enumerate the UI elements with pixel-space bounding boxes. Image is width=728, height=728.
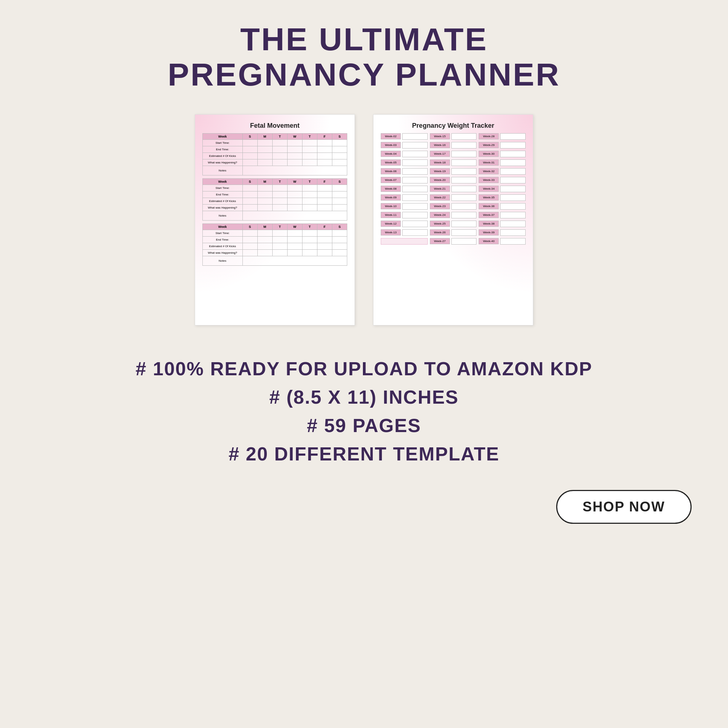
week-label-Week-29: Week-29 xyxy=(479,142,499,148)
week-input-Week-13 xyxy=(402,229,428,236)
main-title: THE ULTIMATE PREGNANCY PLANNER xyxy=(168,22,561,92)
week-label-Week-39: Week-39 xyxy=(479,229,499,236)
weight-row-4-0: Week-06 xyxy=(381,168,428,175)
notes-label-1: Notes xyxy=(203,166,243,175)
weight-row-2-1: Week-17 xyxy=(430,151,477,157)
week-input-Week-40 xyxy=(500,238,526,245)
week-label-Week-33: Week-33 xyxy=(479,177,499,183)
happening-label-1: What was Happening? xyxy=(203,159,243,166)
weight-row-11-2: Week-39 xyxy=(479,229,526,236)
week-label-Week-18: Week-18 xyxy=(430,159,450,166)
bottom-section: # 100% READY FOR UPLOAD TO AMAZON KDP # … xyxy=(0,326,728,524)
day-s1: S xyxy=(242,133,257,139)
week-input-Week-10 xyxy=(402,203,428,210)
day-s2: S xyxy=(332,133,347,139)
week-input-Week-23 xyxy=(451,203,477,210)
week-label-Week-28: Week-28 xyxy=(479,133,499,139)
week-input-Week-05 xyxy=(402,159,428,166)
week-label-Week-27: Week-27 xyxy=(430,238,450,244)
weight-row-0-0: Week-02 xyxy=(381,133,428,140)
weight-row-5-1: Week-20 xyxy=(430,177,477,184)
week-label-Week-22: Week-22 xyxy=(430,194,450,200)
week-input-Week-26 xyxy=(451,229,477,236)
week-label-Week-23: Week-23 xyxy=(430,203,450,209)
fetal-table-2: Week S M T W T F S Start Time: End Time: xyxy=(202,178,347,220)
week-label-Week-36: Week-36 xyxy=(479,203,499,209)
week-label-Week-40: Week-40 xyxy=(479,238,499,244)
week-input-Week-22 xyxy=(451,194,477,201)
week-input-Week-30 xyxy=(500,151,526,157)
week-input-Week-09 xyxy=(402,194,428,201)
week-label-Week-12: Week-12 xyxy=(381,220,401,227)
week-label-Week-21: Week-21 xyxy=(430,186,450,192)
week-input-Week-24 xyxy=(451,212,477,219)
week-label-Week-03: Week-03 xyxy=(381,142,401,148)
weight-row-8-1: Week-23 xyxy=(430,203,477,210)
week-input-Week-33 xyxy=(500,177,526,184)
week-input-Week-29 xyxy=(500,142,526,148)
week-input-Week-32 xyxy=(500,168,526,175)
weight-row-1-0: Week-03 xyxy=(381,142,428,148)
fetal-table-3: Week S M T W T F S Start Time: End Time: xyxy=(202,223,347,266)
weight-row-9-1: Week-24 xyxy=(430,212,477,219)
day-t2: T xyxy=(302,133,317,139)
weight-row-12-0 xyxy=(381,238,428,245)
week-label-Week-20: Week-20 xyxy=(430,177,450,183)
week-label-Week-19: Week-19 xyxy=(430,168,450,174)
week-input-Week-38 xyxy=(500,220,526,227)
week-header-row-1: Week S M T W T F S xyxy=(203,133,347,139)
day-m1: M xyxy=(257,133,272,139)
week-label-Week-11: Week-11 xyxy=(381,212,401,218)
week-label-Week-17: Week-17 xyxy=(430,151,450,157)
weight-row-12-1: Week-27 xyxy=(430,238,477,245)
week-input-Week-08 xyxy=(402,186,428,192)
week-input-Week-19 xyxy=(451,168,477,175)
week-input-Week-06 xyxy=(402,168,428,175)
week-label-Week-08: Week-08 xyxy=(381,186,401,192)
preview-section: Fetal Movement Week S M T W T F S Start … xyxy=(195,114,533,326)
day-t1: T xyxy=(272,133,287,139)
weight-row-9-2: Week-37 xyxy=(479,212,526,219)
weight-row-0-2: Week-28 xyxy=(479,133,526,140)
day-f1: F xyxy=(317,133,332,139)
week-label-Week-13: Week-13 xyxy=(381,229,401,236)
weight-row-8-2: Week-36 xyxy=(479,203,526,210)
week-label-Week-24: Week-24 xyxy=(430,212,450,218)
fetal-movement-title: Fetal Movement xyxy=(202,122,347,130)
week-input-Week-39 xyxy=(500,229,526,236)
week-label-Week-31: Week-31 xyxy=(479,159,499,166)
weight-row-5-2: Week-33 xyxy=(479,177,526,184)
week-label-Week-35: Week-35 xyxy=(479,194,499,200)
week-input-Week-04 xyxy=(402,151,428,157)
weight-row-11-0: Week-13 xyxy=(381,229,428,236)
feature-line-1: # 100% READY FOR UPLOAD TO AMAZON KDP xyxy=(136,355,593,383)
week-input-Week-17 xyxy=(451,151,477,157)
fetal-table-1: Week S M T W T F S Start Time: xyxy=(202,133,347,176)
week-label-Week-04: Week-04 xyxy=(381,151,401,157)
weight-row-2-0: Week-04 xyxy=(381,151,428,157)
week-label-Week-02: Week-02 xyxy=(381,133,401,139)
weight-row-7-0: Week-09 xyxy=(381,194,428,201)
notes-content-1 xyxy=(242,166,347,175)
week-label-1: Week xyxy=(203,133,243,139)
feature-line-4: # 20 DIFFERENT TEMPLATE xyxy=(136,440,593,468)
shop-now-button[interactable]: SHOP NOW xyxy=(556,490,691,524)
week-input-Week-02 xyxy=(402,133,428,140)
weight-tracker-page: Pregnancy Weight Tracker Week-02Week-15W… xyxy=(373,114,533,326)
weight-row-7-2: Week-35 xyxy=(479,194,526,201)
weight-row-6-2: Week-34 xyxy=(479,186,526,192)
day-w1: W xyxy=(287,133,302,139)
end-time-label-1: End Time: xyxy=(203,146,243,153)
week-input-Week-20 xyxy=(451,177,477,184)
week-label-Week-26: Week-26 xyxy=(430,229,450,236)
end-time-row-3: End Time: xyxy=(203,236,347,243)
weight-row-6-1: Week-21 xyxy=(430,186,477,192)
weight-row-0-1: Week-15 xyxy=(430,133,477,140)
week-input-Week-16 xyxy=(451,142,477,148)
week-input-Week-25 xyxy=(451,220,477,227)
week-input-Week-35 xyxy=(500,194,526,201)
fetal-section-2: Week S M T W T F S Start Time: End Time: xyxy=(202,178,347,220)
week-input-Week-03 xyxy=(402,142,428,148)
notes-row-3: Notes xyxy=(203,256,347,265)
week-input-Week-18 xyxy=(451,159,477,166)
